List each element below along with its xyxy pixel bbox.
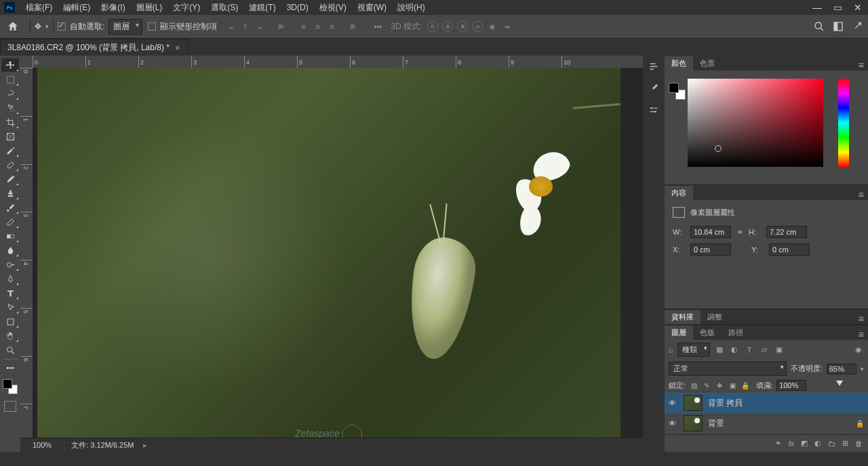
threed-camera-icon[interactable]: ▪▸	[502, 21, 513, 32]
tab-adjustments[interactable]: 調整	[701, 310, 729, 324]
dist-top-icon[interactable]: ≡	[297, 20, 309, 33]
menu-edit[interactable]: 編輯(E)	[58, 2, 96, 14]
align-top-icon[interactable]: ⫠	[225, 20, 237, 33]
align-left-icon[interactable]: ⊫	[275, 20, 288, 33]
menu-3d[interactable]: 3D(D)	[281, 3, 314, 12]
window-restore[interactable]: ▭	[827, 2, 848, 13]
menu-file[interactable]: 檔案(F)	[20, 2, 58, 14]
tab-channels[interactable]: 色版	[693, 326, 722, 340]
lock-artboard-icon[interactable]: ▣	[728, 381, 737, 390]
new-fill-adjust-icon[interactable]: ◐	[814, 439, 821, 448]
auto-select-dropdown[interactable]: 圖層	[108, 19, 142, 35]
pen-tool[interactable]	[1, 272, 19, 286]
opacity-dropdown-icon[interactable]: ▾	[861, 366, 864, 372]
show-transform-checkbox[interactable]	[148, 22, 156, 31]
gradient-tool[interactable]	[1, 229, 19, 243]
menu-filter[interactable]: 濾鏡(T)	[243, 2, 281, 14]
zoom-level[interactable]: 100%	[20, 441, 64, 449]
path-select-tool[interactable]	[1, 300, 19, 314]
filter-toggle-icon[interactable]: ◉	[853, 345, 864, 355]
search-icon[interactable]	[814, 21, 825, 32]
filter-type-icon[interactable]: T	[744, 345, 755, 355]
eyedropper-tool[interactable]	[1, 144, 19, 157]
filter-smart-icon[interactable]: ▣	[774, 345, 785, 355]
lock-pixels-icon[interactable]: ✎	[702, 381, 711, 390]
history-brush-tool[interactable]	[1, 201, 19, 214]
quick-mask-toggle[interactable]	[4, 401, 16, 412]
lock-transparency-icon[interactable]: ▨	[689, 381, 698, 390]
align-vcenter-icon[interactable]: ⫯	[239, 20, 252, 33]
filter-shape-icon[interactable]: ▱	[759, 345, 770, 355]
visibility-toggle-icon[interactable]: 👁	[669, 419, 678, 427]
align-bottom-icon[interactable]: ⫠	[254, 20, 266, 33]
type-tool[interactable]	[1, 286, 19, 300]
menu-image[interactable]: 影像(I)	[96, 2, 130, 14]
blur-tool[interactable]	[1, 244, 19, 257]
link-layers-icon[interactable]: ⚭	[775, 439, 781, 448]
menu-select[interactable]: 選取(S)	[205, 2, 243, 14]
ruler-horizontal[interactable]: 012345678910	[33, 56, 643, 68]
window-minimize[interactable]: —	[807, 2, 827, 13]
filter-adjust-icon[interactable]: ◐	[729, 345, 740, 355]
new-group-icon[interactable]: 🗀	[828, 440, 835, 448]
close-tab-icon[interactable]: ×	[175, 43, 180, 53]
document-tab[interactable]: 3L8A0186.CR2 @ 100% (背景 拷貝, Lab/8) * ×	[0, 39, 188, 56]
layer-thumbnail[interactable]	[684, 395, 703, 411]
history-panel-icon[interactable]	[647, 60, 660, 73]
brush-tool[interactable]	[1, 172, 19, 186]
opacity-input[interactable]	[827, 364, 856, 374]
height-input[interactable]	[766, 226, 807, 238]
layer-filter-dropdown[interactable]: 種類	[677, 343, 710, 357]
edit-toolbar-icon[interactable]: •••	[1, 361, 19, 374]
fill-slider[interactable]	[814, 381, 864, 390]
quick-select-tool[interactable]	[1, 101, 19, 115]
shape-tool[interactable]	[1, 315, 19, 328]
canvas-area[interactable]: 012345678910 01234567 Zetaspace 100% 文件:…	[20, 56, 643, 452]
library-panel-menu-icon[interactable]: ≡	[854, 313, 868, 324]
color-fg-bg-swatch[interactable]	[669, 83, 682, 96]
color-panel-menu-icon[interactable]: ≡	[854, 60, 868, 71]
properties-panel-menu-icon[interactable]: ≡	[854, 189, 868, 200]
menu-layer[interactable]: 圖層(L)	[131, 2, 168, 14]
threed-zoom-icon[interactable]: ▣	[487, 21, 498, 32]
healing-tool[interactable]	[1, 158, 19, 172]
hand-tool[interactable]	[1, 329, 19, 343]
tab-swatches[interactable]: 色票	[693, 56, 722, 71]
crop-tool[interactable]	[1, 115, 19, 129]
delete-layer-icon[interactable]: 🗑	[855, 440, 863, 448]
blend-mode-dropdown[interactable]: 正常	[669, 362, 787, 376]
layer-fx-icon[interactable]: fx	[788, 440, 794, 448]
menu-window[interactable]: 視窗(W)	[352, 2, 392, 14]
frame-tool[interactable]	[1, 130, 19, 143]
layer-item[interactable]: 👁 背景 🔒	[665, 413, 868, 433]
threed-pan-icon[interactable]: ✥	[457, 21, 468, 32]
brushes-panel-icon[interactable]	[647, 81, 660, 95]
threed-roll-icon[interactable]: ⊕	[442, 21, 453, 32]
marquee-tool[interactable]	[1, 73, 19, 86]
lock-all-icon[interactable]: 🔒	[741, 381, 750, 390]
share-icon[interactable]	[852, 21, 863, 32]
color-field[interactable]	[688, 79, 823, 167]
layer-mask-icon[interactable]: ◩	[801, 439, 808, 448]
workspace-icon[interactable]	[833, 21, 844, 32]
home-button[interactable]	[5, 19, 20, 34]
layers-panel-menu-icon[interactable]: ≡	[854, 329, 868, 340]
tab-libraries[interactable]: 資料庫	[665, 310, 701, 324]
tab-paths[interactable]: 路徑	[722, 326, 750, 340]
hue-slider[interactable]	[838, 79, 849, 167]
lasso-tool[interactable]	[1, 87, 19, 100]
threed-orbit-icon[interactable]: ⟳	[427, 21, 438, 32]
layer-thumbnail[interactable]	[684, 415, 703, 431]
threed-slide-icon[interactable]: ⇔	[472, 21, 483, 32]
ruler-origin[interactable]	[20, 56, 33, 68]
dist-bottom-icon[interactable]: ≡	[326, 20, 338, 33]
x-input[interactable]	[690, 244, 731, 256]
adjustments-panel-icon[interactable]	[647, 103, 660, 117]
move-tool[interactable]	[1, 58, 19, 72]
lock-position-icon[interactable]: ✥	[715, 381, 724, 390]
stamp-tool[interactable]	[1, 187, 19, 200]
new-layer-icon[interactable]: ⊞	[842, 439, 848, 448]
tab-properties[interactable]: 內容	[665, 186, 693, 200]
width-input[interactable]	[690, 226, 731, 238]
tab-layers[interactable]: 圖層	[665, 326, 693, 340]
